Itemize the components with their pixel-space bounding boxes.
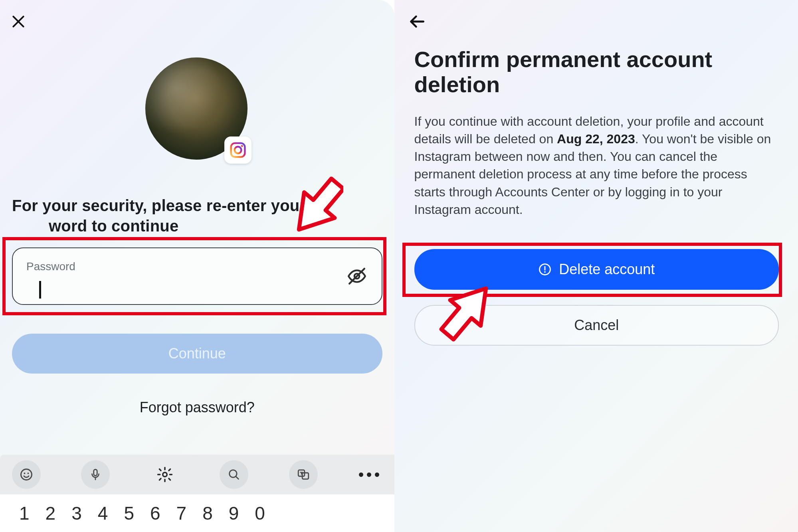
forgot-password-link[interactable]: Forgot password? [0,399,394,416]
key-9[interactable]: 9 [229,502,239,524]
password-input[interactable] [26,275,343,292]
kb-emoji-button[interactable] [12,460,41,489]
confirm-body: If you continue with account deletion, y… [414,113,779,218]
keyboard-number-row: 1 2 3 4 5 6 7 8 9 0 [0,494,394,532]
kb-mic-button[interactable] [81,460,110,489]
toggle-password-visibility[interactable] [346,265,368,287]
key-8[interactable]: 8 [202,502,213,524]
confirm-title: Confirm permanent account deletion [414,47,778,97]
kb-search-button[interactable] [220,460,248,489]
back-button[interactable] [407,11,428,32]
continue-button[interactable]: Continue [12,334,382,374]
password-field-wrap[interactable]: Password [12,247,382,305]
password-label: Password [26,260,343,273]
text-cursor [39,281,41,299]
delete-account-button[interactable]: Delete account [414,249,779,290]
keyboard-toolbar: ••• [0,455,394,494]
svg-point-13 [544,271,546,273]
platform-badge [224,136,251,164]
svg-point-1 [234,147,241,154]
svg-point-4 [21,469,32,480]
cancel-button[interactable]: Cancel [414,305,779,346]
translate-icon [297,468,310,481]
svg-point-6 [28,473,29,474]
svg-point-8 [163,473,167,477]
key-3[interactable]: 3 [71,502,82,524]
key-6[interactable]: 6 [150,502,160,524]
alert-circle-icon [538,263,552,276]
svg-rect-0 [231,143,245,157]
svg-rect-7 [94,469,97,476]
password-screen: For your security, please re-enter your … [0,0,394,532]
svg-point-2 [241,145,243,147]
gear-icon [156,466,173,483]
close-icon [11,14,26,29]
key-7[interactable]: 7 [176,502,187,524]
confirm-deletion-screen: Confirm permanent account deletion If yo… [394,0,798,532]
key-5[interactable]: 5 [124,502,134,524]
svg-point-5 [24,473,26,474]
delete-account-label: Delete account [559,261,655,278]
cancel-label: Cancel [574,317,619,334]
key-1[interactable]: 1 [19,502,30,524]
kb-settings-button[interactable] [150,460,179,489]
continue-label: Continue [168,345,226,362]
emoji-icon [19,467,34,482]
kb-translate-button[interactable] [289,460,318,489]
eye-off-icon [347,266,367,286]
mic-icon [89,468,102,481]
back-arrow-icon [409,13,426,30]
kb-more-button[interactable]: ••• [358,466,382,484]
close-button[interactable] [8,11,29,32]
key-4[interactable]: 4 [98,502,108,524]
instagram-icon [229,141,247,159]
key-2[interactable]: 2 [46,502,56,524]
security-heading: For your security, please re-enter your … [12,196,382,236]
search-icon [227,468,241,481]
key-0[interactable]: 0 [255,502,265,524]
profile-avatar-wrap [145,57,249,161]
